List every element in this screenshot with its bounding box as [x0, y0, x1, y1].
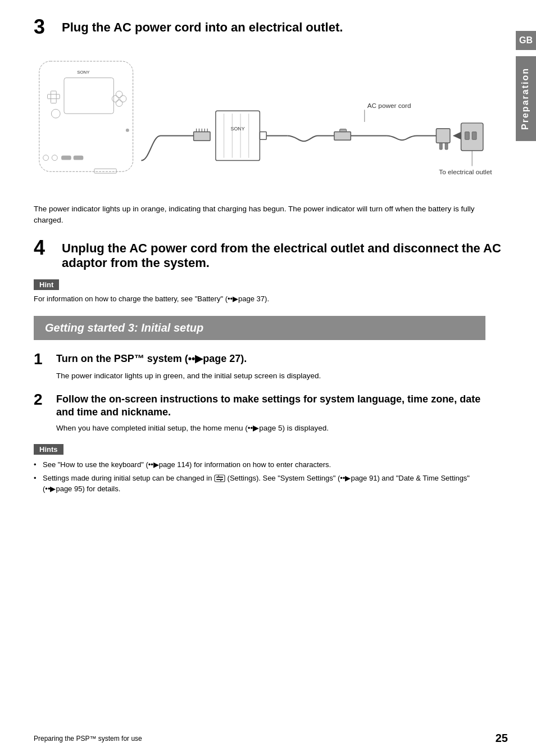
- hint-label: Hint: [34, 279, 59, 290]
- svg-point-3: [112, 96, 119, 102]
- hint-item-2: Settings made during initial setup can b…: [34, 473, 485, 495]
- svg-rect-46: [220, 479, 221, 481]
- svg-text:To electrical outlet: To electrical outlet: [439, 168, 492, 175]
- hint-box: Hint For information on how to charge th…: [34, 279, 508, 305]
- svg-rect-1: [64, 78, 113, 114]
- svg-point-11: [52, 155, 57, 161]
- svg-point-5: [116, 100, 122, 107]
- gs-step2-heading: 2 Follow the on-screen instructions to m…: [34, 392, 485, 419]
- page-number: 25: [496, 732, 508, 745]
- svg-rect-42: [215, 475, 225, 482]
- svg-point-2: [116, 91, 122, 98]
- svg-rect-14: [94, 169, 116, 173]
- step4-number: 4: [34, 238, 56, 258]
- hints-box: Hints See "How to use the keyboard" (••▶…: [34, 444, 485, 495]
- svg-rect-22: [260, 132, 266, 140]
- gs-step1-title: Turn on the PSP™ system (••▶page 27).: [56, 351, 247, 365]
- gs-step1-body: The power indicator lights up in green, …: [56, 370, 485, 382]
- hint-item-1: See "How to use the keyboard" (••▶page 1…: [34, 459, 485, 470]
- step3-number: 3: [34, 17, 56, 37]
- svg-point-9: [51, 109, 60, 118]
- gs-step2-title: Follow the on-screen instructions to mak…: [56, 392, 485, 419]
- gs-step1-number: 1: [34, 351, 51, 367]
- step3-diagram: SONY SONY: [34, 46, 508, 192]
- svg-rect-36: [465, 132, 469, 140]
- step3-body: The power indicator lights up in orange,…: [34, 203, 485, 227]
- svg-rect-43: [216, 477, 223, 478]
- section-banner: Getting started 3: Initial setup: [34, 316, 485, 340]
- svg-text:SONY: SONY: [77, 70, 90, 75]
- svg-rect-7: [51, 91, 56, 103]
- svg-point-15: [126, 129, 129, 132]
- svg-rect-44: [216, 479, 223, 480]
- svg-rect-45: [218, 476, 219, 478]
- svg-rect-6: [48, 94, 60, 99]
- sidebar-gb-label: GB: [516, 31, 536, 50]
- svg-rect-23: [194, 132, 210, 141]
- gs-step2-body: When you have completed initial setup, t…: [56, 423, 485, 434]
- svg-rect-31: [436, 129, 450, 143]
- svg-text:AC power cord: AC power cord: [367, 102, 411, 109]
- hint-item-2-text: Settings made during initial setup can b…: [43, 474, 214, 482]
- svg-rect-16: [216, 111, 260, 160]
- hint-text: For information on how to charge the bat…: [34, 293, 508, 305]
- svg-point-4: [120, 96, 126, 102]
- svg-point-10: [43, 155, 49, 161]
- svg-rect-33: [445, 143, 448, 150]
- gs-step2: 2 Follow the on-screen instructions to m…: [34, 392, 485, 434]
- sidebar-preparation-label: Preparation: [516, 56, 536, 141]
- gs-step1: 1 Turn on the PSP™ system (••▶page 27). …: [34, 351, 485, 382]
- step4-heading: 4 Unplug the AC power cord from the elec…: [34, 238, 508, 271]
- hints-label: Hints: [34, 444, 63, 455]
- svg-rect-37: [472, 132, 476, 140]
- hints-list: See "How to use the keyboard" (••▶page 1…: [34, 459, 485, 495]
- footer-text: Preparing the PSP™ system for use: [34, 735, 142, 743]
- svg-rect-12: [61, 156, 71, 160]
- gs-step1-heading: 1 Turn on the PSP™ system (••▶page 27).: [34, 351, 485, 367]
- svg-rect-13: [74, 156, 84, 160]
- step4-title: Unplug the AC power cord from the electr…: [62, 238, 508, 271]
- settings-icon: [214, 474, 225, 483]
- svg-text:SONY: SONY: [231, 126, 245, 132]
- step3-heading: 3 Plug the AC power cord into an electri…: [34, 17, 508, 37]
- gs-step2-number: 2: [34, 392, 51, 408]
- svg-marker-34: [453, 132, 461, 140]
- svg-rect-29: [334, 132, 351, 141]
- svg-rect-30: [340, 129, 347, 132]
- page-footer: Preparing the PSP™ system for use 25: [34, 732, 508, 745]
- page-container: GB Preparation 3 Plug the AC power cord …: [0, 0, 536, 756]
- step3-title: Plug the AC power cord into an electrica…: [62, 17, 343, 35]
- svg-rect-32: [439, 143, 442, 150]
